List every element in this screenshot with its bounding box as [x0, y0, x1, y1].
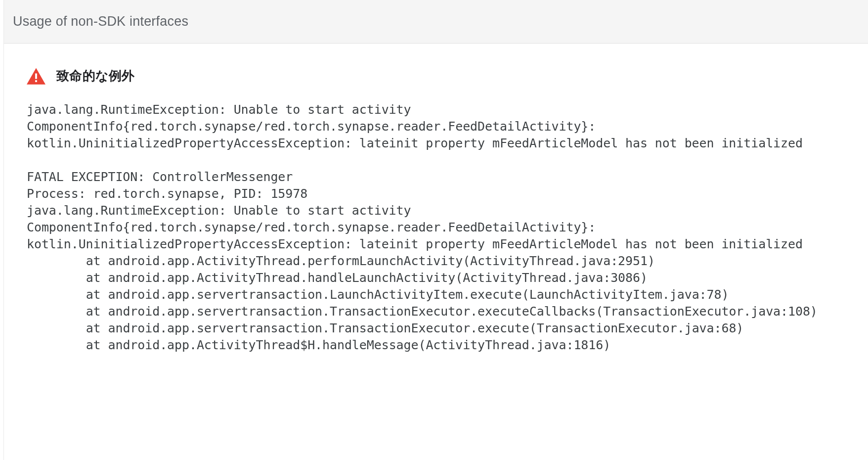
exception-title: 致命的な例外 [56, 67, 135, 85]
exception-panel: 致命的な例外 java.lang.RuntimeException: Unabl… [4, 44, 868, 354]
svg-rect-1 [35, 80, 37, 82]
page-container: Usage of non-SDK interfaces 致命的な例外 java.… [4, 0, 868, 354]
exception-stacktrace: FATAL EXCEPTION: ControllerMessenger Pro… [27, 169, 845, 354]
left-divider [0, 0, 4, 460]
section-title: Usage of non-SDK interfaces [13, 14, 859, 29]
exception-summary: java.lang.RuntimeException: Unable to st… [27, 101, 845, 152]
warning-icon [27, 68, 45, 85]
svg-rect-0 [35, 73, 37, 79]
section-header: Usage of non-SDK interfaces [4, 0, 868, 44]
exception-header: 致命的な例外 [27, 67, 845, 85]
